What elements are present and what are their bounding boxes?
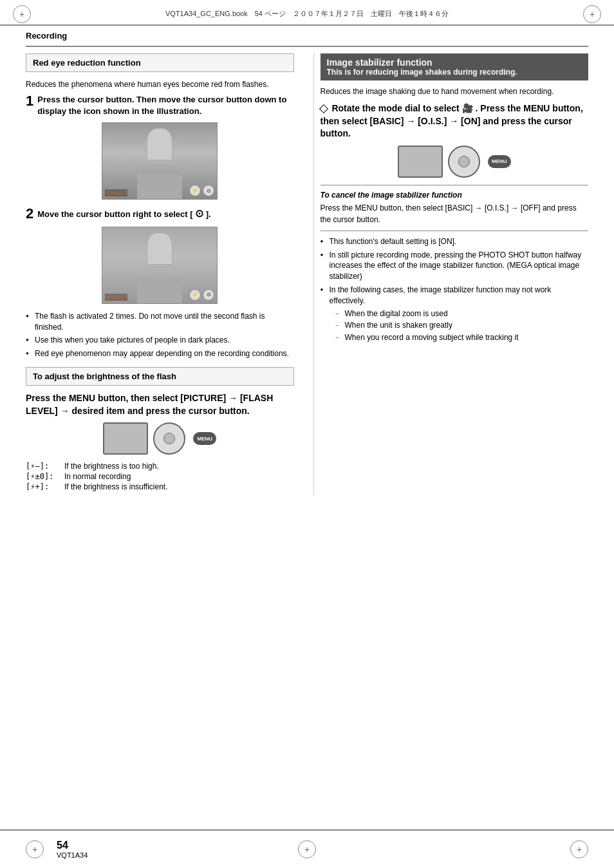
- ois-bullets: This function's default setting is [ON].…: [321, 236, 589, 343]
- divider-line-2: [321, 231, 589, 231]
- corner-mark-bottom-center: [298, 840, 316, 858]
- footer-center-mark: [298, 840, 316, 858]
- footer-area: 54 VQT1A34: [0, 829, 614, 868]
- step1-text: Press the cursor button. Then move the c…: [37, 94, 293, 117]
- flash-key-zero: [⚡±0]:: [26, 472, 64, 481]
- flash-val-zero: In normal recording: [64, 472, 294, 481]
- cam-screen-flash: [103, 422, 148, 455]
- step1-number: 1: [26, 94, 33, 108]
- image-stabilizer-instruction: Rotate the mode dial to select 🎥 . Press…: [321, 102, 589, 140]
- photo-overlay-2: ⚡ ⊙: [189, 289, 214, 301]
- page-number: 54: [57, 840, 88, 851]
- step2-number: 2: [26, 207, 33, 221]
- flash-row-minus: [⚡–]: If the brightness is too high.: [26, 462, 294, 471]
- cancel-text: Press the MENU button, then select [BASI…: [321, 202, 589, 225]
- menu-label-flash: MENU: [197, 436, 212, 442]
- ois-bullet-1: This function's default setting is [ON].: [321, 236, 589, 247]
- flash-val-minus: If the brightness is too high.: [64, 462, 294, 471]
- photo-image-2: 07/01/27 ⚡ ⊙: [26, 227, 294, 306]
- cam-controls-flash: [153, 422, 185, 455]
- step2-text: Move the cursor button right to select […: [37, 207, 293, 221]
- top-divider: [26, 46, 588, 47]
- red-eye-section-box: Red eye reduction function: [26, 53, 294, 72]
- image-stabilizer-box: Image stabilizer function This is for re…: [321, 53, 589, 80]
- menu-area-flash: MENU: [193, 432, 216, 445]
- flash-instruction: Press the MENU button, then select [PICT…: [26, 392, 294, 417]
- mode-icon-1: ⊙: [203, 185, 214, 196]
- flash-icon-1: ⚡: [189, 185, 201, 196]
- camera-body-ois: MENU: [398, 146, 511, 178]
- header-file-info: VQT1A34_GC_ENG.book 54 ページ ２００７年１月２７日 土曜…: [165, 9, 449, 19]
- flash-icon-2: ⚡: [189, 289, 201, 301]
- divider-line: [321, 185, 589, 185]
- bullet-3: Red eye phenomenon may appear depending …: [26, 348, 294, 359]
- ois-sub-bullets: When the digital zoom is used When the u…: [330, 308, 589, 343]
- cancel-title: To cancel the image stabilizer function: [321, 191, 589, 200]
- right-column: Image stabilizer function This is for re…: [313, 53, 589, 495]
- header-top: VQT1A34_GC_ENG.book 54 ページ ２００７年１月２７日 土曜…: [13, 6, 601, 21]
- image-stabilizer-subtitle: This is for reducing image shakes during…: [327, 68, 582, 77]
- red-eye-description: Reduces the phenomena where human eyes b…: [26, 79, 294, 90]
- flash-row-plus: [⚡+]: If the brightness is insufficient.: [26, 482, 294, 491]
- sub-bullet-3: When you record a moving subject while t…: [336, 332, 589, 343]
- page-container: VQT1A34_GC_ENG.book 54 ページ ２００７年１月２７日 土曜…: [0, 0, 614, 868]
- dial-inner-ois: [458, 156, 470, 167]
- left-column: Red eye reduction function Reduces the p…: [26, 53, 301, 495]
- flash-val-plus: If the brightness is insufficient.: [64, 482, 294, 491]
- header-area: VQT1A34_GC_ENG.book 54 ページ ２００７年１月２７日 土曜…: [0, 0, 614, 26]
- flash-key-plus: [⚡+]:: [26, 482, 64, 491]
- mode-icon-2: ⊙: [203, 289, 214, 301]
- camera-illustration-ois: MENU: [321, 146, 589, 180]
- dial-circle-flash: [153, 422, 185, 455]
- image-stabilizer-title: Image stabilizer function: [327, 57, 582, 68]
- cam-controls-ois: [448, 146, 480, 178]
- step2-item: 2 Move the cursor button right to select…: [26, 207, 294, 221]
- dial-inner-flash: [163, 433, 175, 444]
- photo-box-2: 07/01/27 ⚡ ⊙: [102, 227, 218, 304]
- page-number-area: 54 VQT1A34: [57, 840, 88, 859]
- red-eye-title: Red eye reduction function: [33, 58, 287, 68]
- corner-mark-br: [570, 840, 588, 858]
- photo-timestamp-1: 07/01/27: [105, 189, 127, 196]
- camera-illustration-flash: MENU: [26, 422, 294, 457]
- step1-item: 1 Press the cursor button. Then move the…: [26, 94, 294, 117]
- main-content: Red eye reduction function Reduces the p…: [0, 53, 614, 495]
- bullet-1: The flash is activated 2 times. Do not m…: [26, 311, 294, 333]
- corner-mark-bl: [26, 840, 44, 858]
- sub-bullet-1: When the digital zoom is used: [336, 308, 589, 319]
- menu-button-flash: MENU: [193, 432, 216, 445]
- photo-timestamp-2: 07/01/27: [105, 294, 127, 301]
- flash-brightness-title: To adjust the brightness of the flash: [33, 372, 287, 381]
- step2-symbol: ⊙: [195, 208, 203, 219]
- flash-key-minus: [⚡–]:: [26, 462, 64, 471]
- menu-area-ois: MENU: [488, 155, 511, 168]
- flash-row-zero: [⚡±0]: In normal recording: [26, 472, 294, 481]
- ois-bullet-3: In the following cases, the image stabil…: [321, 285, 589, 343]
- dial-circle-ois: [448, 146, 480, 178]
- ois-bullet-2: In still picture recording mode, pressin…: [321, 250, 589, 282]
- recording-label: Recording: [0, 26, 614, 46]
- menu-label-ois: MENU: [492, 158, 507, 164]
- photo-overlay-1: ⚡ ⊙: [189, 185, 214, 196]
- image-stabilizer-description: Reduces the image shaking due to hand mo…: [321, 86, 589, 97]
- bullet-2: Use this when you take pictures of peopl…: [26, 335, 294, 346]
- red-eye-bullets: The flash is activated 2 times. Do not m…: [26, 311, 294, 359]
- camera-body-flash: MENU: [103, 422, 216, 455]
- sub-bullet-2: When the unit is shaken greatly: [336, 320, 589, 331]
- flash-brightness-box: To adjust the brightness of the flash: [26, 367, 294, 386]
- photo-box-1: 07/01/27 ⚡ ⊙: [102, 122, 218, 200]
- photo-image-1: 07/01/27 ⚡ ⊙: [26, 122, 294, 202]
- diamond-icon: [319, 104, 328, 113]
- page-code: VQT1A34: [57, 851, 88, 859]
- menu-button-ois: MENU: [488, 155, 511, 168]
- cam-screen-ois: [398, 146, 443, 178]
- flash-level-table: [⚡–]: If the brightness is too high. [⚡±…: [26, 462, 294, 491]
